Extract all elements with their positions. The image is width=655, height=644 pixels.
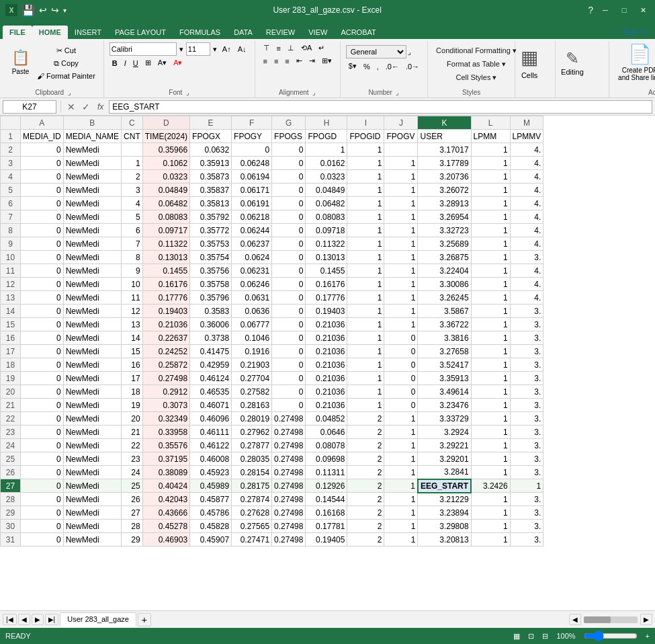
cell-A28[interactable]: 0 xyxy=(21,493,64,506)
cell-K10[interactable]: 3.26875 xyxy=(418,251,471,264)
cell-B10[interactable]: NewMedi xyxy=(63,251,121,264)
cell-H5[interactable]: 0.04849 xyxy=(306,184,347,197)
cell-G10[interactable]: 0 xyxy=(272,251,306,264)
cell-E20[interactable]: 0.46535 xyxy=(190,385,232,399)
cell-I6[interactable]: 1 xyxy=(347,197,384,210)
cell-C13[interactable]: 11 xyxy=(122,291,143,305)
cell-F6[interactable]: 0.06191 xyxy=(232,197,272,210)
tab-formulas[interactable]: FORMULAS xyxy=(173,26,227,39)
cell-B8[interactable]: NewMedi xyxy=(63,224,121,237)
cell-G20[interactable]: 0 xyxy=(272,385,306,399)
cell-J24[interactable]: 1 xyxy=(384,439,418,452)
cell-J13[interactable]: 1 xyxy=(384,291,418,305)
cell-B2[interactable]: NewMedi xyxy=(63,143,121,157)
cell-J27[interactable]: 1 xyxy=(384,479,418,493)
cell-B5[interactable]: NewMedi xyxy=(63,184,121,197)
cell-M26[interactable]: 3. xyxy=(510,466,543,479)
cell-L2[interactable]: 1 xyxy=(471,143,510,157)
col-header-C[interactable]: C xyxy=(122,116,143,130)
cell-G5[interactable]: 0 xyxy=(272,184,306,197)
cell-I7[interactable]: 1 xyxy=(347,210,384,224)
cell-F11[interactable]: 0.06231 xyxy=(232,264,272,278)
cell-D7[interactable]: 0.08083 xyxy=(142,210,189,224)
cell-L8[interactable]: 1 xyxy=(471,224,510,237)
cell-B18[interactable]: NewMedi xyxy=(63,358,121,372)
cell-F9[interactable]: 0.06237 xyxy=(232,237,272,251)
cell-M15[interactable]: 3. xyxy=(510,318,543,331)
quick-undo[interactable]: ↩ xyxy=(39,5,47,15)
cell-D21[interactable]: 0.3073 xyxy=(142,399,189,412)
cell-E30[interactable]: 0.45828 xyxy=(190,520,232,533)
cell-M22[interactable]: 3. xyxy=(510,412,543,426)
col-header-K[interactable]: K xyxy=(418,116,471,130)
cell-D11[interactable]: 0.1455 xyxy=(142,264,189,278)
cell-K8[interactable]: 3.32723 xyxy=(418,224,471,237)
minimize-button[interactable]: ─ xyxy=(599,3,612,17)
tab-file[interactable]: FILE xyxy=(3,26,32,39)
cell-B23[interactable]: NewMedi xyxy=(63,426,121,439)
cell-E18[interactable]: 0.42959 xyxy=(190,358,232,372)
sign-in-button[interactable]: Sign in xyxy=(617,24,652,39)
cell-G17[interactable]: 0 xyxy=(272,345,306,358)
cell-A18[interactable]: 0 xyxy=(21,358,64,372)
cell-E26[interactable]: 0.45923 xyxy=(190,466,232,479)
cell-F3[interactable]: 0.06248 xyxy=(232,157,272,170)
cell-C3[interactable]: 1 xyxy=(122,157,143,170)
cell-G28[interactable]: 0.27498 xyxy=(272,493,306,506)
cell-D27[interactable]: 0.40424 xyxy=(142,479,189,493)
cell-B19[interactable]: NewMedi xyxy=(63,372,121,385)
cell-A7[interactable]: 0 xyxy=(21,210,64,224)
cell-D30[interactable]: 0.45278 xyxy=(142,520,189,533)
cell-L11[interactable]: 1 xyxy=(471,264,510,278)
cell-C17[interactable]: 15 xyxy=(122,345,143,358)
tab-data[interactable]: DATA xyxy=(227,26,259,39)
cell-G26[interactable]: 0.27498 xyxy=(272,466,306,479)
cell-E31[interactable]: 0.45907 xyxy=(190,533,232,547)
cell-I16[interactable]: 1 xyxy=(347,331,384,345)
cell-M27[interactable]: 1 xyxy=(510,479,543,493)
cell-E13[interactable]: 0.35796 xyxy=(190,291,232,305)
cell-K17[interactable]: 3.27658 xyxy=(418,345,471,358)
cell-J3[interactable]: 1 xyxy=(384,157,418,170)
cell-J26[interactable]: 1 xyxy=(384,466,418,479)
cell-A15[interactable]: 0 xyxy=(21,318,64,331)
cell-J5[interactable]: 1 xyxy=(384,184,418,197)
cell-I15[interactable]: 1 xyxy=(347,318,384,331)
cell-C15[interactable]: 13 xyxy=(122,318,143,331)
cell-L12[interactable]: 1 xyxy=(471,278,510,291)
cell-D10[interactable]: 0.13013 xyxy=(142,251,189,264)
cell-A12[interactable]: 0 xyxy=(21,278,64,291)
cell-J16[interactable]: 0 xyxy=(384,331,418,345)
tab-insert[interactable]: INSERT xyxy=(68,26,108,39)
cell-G16[interactable]: 0 xyxy=(272,331,306,345)
cell-I13[interactable]: 1 xyxy=(347,291,384,305)
align-middle-button[interactable]: ≡ xyxy=(274,43,283,54)
cell-J25[interactable]: 1 xyxy=(384,452,418,466)
cell-L22[interactable]: 1 xyxy=(471,412,510,426)
cell-B17[interactable]: NewMedi xyxy=(63,345,121,358)
col-header-H[interactable]: H xyxy=(306,116,347,130)
cell-K27[interactable]: EEG_START xyxy=(418,479,471,493)
cell-C9[interactable]: 7 xyxy=(122,237,143,251)
font-size-inc[interactable]: ▾ xyxy=(212,45,218,54)
cell-K4[interactable]: 3.20736 xyxy=(418,170,471,184)
spreadsheet-scroll[interactable]: A B C D E F G H I J K L M 1 xyxy=(0,116,655,610)
cell-F23[interactable]: 0.27962 xyxy=(232,426,272,439)
cell-H31[interactable]: 0.19405 xyxy=(306,533,347,547)
cell-D18[interactable]: 0.25872 xyxy=(142,358,189,372)
cell-G2[interactable]: 0 xyxy=(272,143,306,157)
cell-H21[interactable]: 0.21036 xyxy=(306,399,347,412)
cell-G23[interactable]: 0.27498 xyxy=(272,426,306,439)
cell-B20[interactable]: NewMedi xyxy=(63,385,121,399)
col-header-D[interactable]: D xyxy=(142,116,189,130)
cell-E27[interactable]: 0.45989 xyxy=(190,479,232,493)
cell-K1[interactable]: USER xyxy=(418,130,471,143)
cell-I24[interactable]: 2 xyxy=(347,439,384,452)
cell-I21[interactable]: 1 xyxy=(347,399,384,412)
col-header-A[interactable]: A xyxy=(21,116,64,130)
cell-G6[interactable]: 0 xyxy=(272,197,306,210)
format-as-table-button[interactable]: Format as Table ▾ xyxy=(433,58,519,70)
cell-F10[interactable]: 0.0624 xyxy=(232,251,272,264)
cell-L3[interactable]: 1 xyxy=(471,157,510,170)
cell-D13[interactable]: 0.17776 xyxy=(142,291,189,305)
